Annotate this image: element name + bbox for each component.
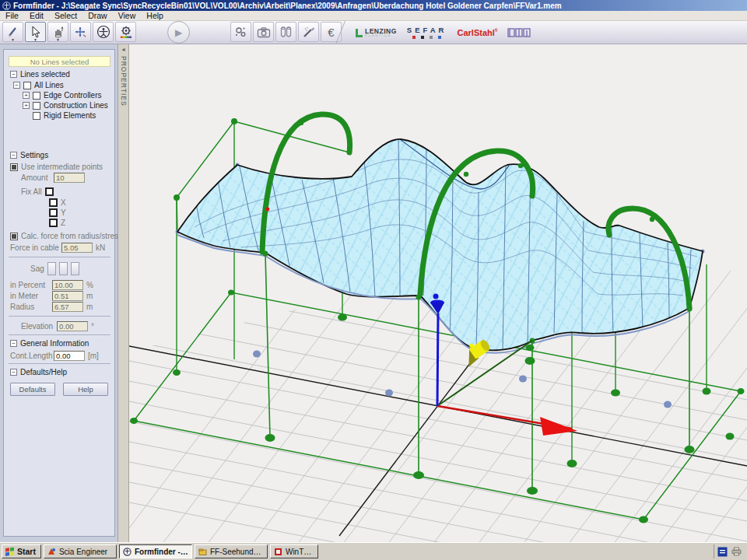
sefar-logo: SEFAR — [407, 26, 447, 39]
collapse-icon[interactable]: − — [10, 71, 17, 78]
material-rolls-tool-button[interactable] — [275, 22, 296, 42]
cont-length-input[interactable] — [54, 351, 85, 361]
draw-tool-button[interactable]: ▼ — [2, 22, 23, 42]
dropdown-caret-icon[interactable]: ▼ — [11, 38, 15, 42]
move-rotate-tool-button[interactable] — [70, 22, 91, 42]
printer-tray-icon[interactable] — [731, 547, 742, 556]
fix-x-checkbox[interactable] — [49, 198, 58, 207]
in-meter-label: in Meter — [10, 292, 49, 300]
main-area: No Lines selected − Lines selected − All… — [0, 44, 747, 542]
lenzing-logo-subtext: PLASTICS — [365, 34, 397, 38]
start-button[interactable]: Start — [2, 544, 41, 558]
tree-item-rigid-elements[interactable]: Rigid Elements — [44, 111, 96, 120]
pan-tool-button[interactable]: ▼ — [47, 22, 68, 42]
rigid-elements-checkbox[interactable] — [33, 112, 40, 120]
figure-view-tool-button[interactable] — [93, 22, 114, 42]
fix-all-checkbox[interactable] — [45, 187, 54, 196]
euro-icon: € — [328, 26, 334, 39]
dropdown-caret-icon[interactable]: ▼ — [33, 38, 37, 42]
keyboard-layout-tray-icon[interactable] — [717, 547, 728, 557]
sefar-logo-text: SEFAR — [407, 26, 447, 34]
selected-point-marker — [266, 208, 270, 212]
menu-help[interactable]: Help — [141, 11, 169, 20]
collapse-icon[interactable]: − — [10, 369, 17, 376]
cursor-icon — [30, 26, 41, 38]
dropdown-caret-icon[interactable]: ▼ — [56, 38, 60, 42]
fix-y-label: Y — [61, 208, 66, 217]
meter-unit: m — [86, 292, 93, 300]
scia-icon — [47, 548, 56, 556]
formfinder-window: Formfinder - J:\Seagate Sync\SyncRecycle… — [0, 0, 747, 560]
select-tool-button[interactable]: ▼ — [25, 22, 46, 42]
app-icon — [2, 2, 11, 10]
taskbar-item-label: Scia Engineer — [59, 548, 107, 556]
expander-icon[interactable]: + — [23, 92, 30, 99]
collapse-panel-icon[interactable]: ◄ — [121, 47, 126, 53]
tree-item-edge-controllers[interactable]: Edge Controllers — [44, 91, 101, 100]
render-gear-icon — [119, 25, 133, 39]
construction-lines-checkbox[interactable] — [33, 102, 40, 110]
taskbar-item-wintv[interactable]: WinTV32 — [270, 544, 318, 558]
taskbar-item-label: Formfinder - J:\Seaga... — [135, 548, 188, 556]
force-in-cable-input[interactable] — [61, 243, 93, 253]
rolls-icon — [279, 26, 293, 38]
fix-z-checkbox[interactable] — [49, 219, 58, 227]
tree-item-construction-lines[interactable]: Construction Lines — [44, 101, 108, 110]
menu-select[interactable]: Select — [49, 11, 82, 20]
defaults-button[interactable]: Defaults — [10, 383, 55, 396]
sag-mode-button-3[interactable] — [71, 262, 79, 275]
calc-force-label: Calc. force from radius/stress — [21, 232, 122, 240]
taskbar-item-screenshot[interactable]: FF-Seehunde2 Screensh... — [195, 544, 268, 558]
menu-view[interactable]: View — [113, 11, 142, 20]
run-formfinding-button[interactable]: ▶ — [167, 21, 190, 44]
tree-item-all-lines[interactable]: All Lines — [34, 81, 64, 89]
airbrush-tool-button[interactable] — [298, 22, 319, 42]
snapshot-tool-button[interactable] — [253, 22, 274, 42]
taskbar: Start Scia Engineer Formfinder - J:\Seag… — [0, 542, 747, 560]
mechanism-tool-button[interactable] — [230, 22, 251, 42]
use-intermediate-checkbox[interactable] — [10, 163, 18, 171]
properties-tab[interactable]: ◄ PROPERTIES — [118, 44, 129, 542]
screenshot-icon — [198, 548, 207, 556]
menubar: File Edit Select Draw View Help — [0, 11, 747, 21]
taskbar-item-label: FF-Seehunde2 Screensh... — [210, 548, 264, 556]
all-lines-checkbox[interactable] — [23, 82, 31, 89]
sag-label: Sag — [30, 264, 44, 273]
amount-input[interactable] — [54, 173, 85, 183]
taskbar-item-formfinder[interactable]: Formfinder - J:\Seaga... — [119, 544, 192, 558]
menu-edit[interactable]: Edit — [24, 11, 49, 20]
render-settings-tool-button[interactable] — [115, 22, 136, 42]
radius-unit: m — [86, 303, 93, 311]
sag-mode-button-2[interactable] — [59, 262, 68, 275]
defaults-help-header: Defaults/Help — [20, 368, 67, 376]
collapse-icon[interactable]: − — [10, 152, 17, 159]
radius-input[interactable] — [52, 302, 83, 312]
sag-percent-input[interactable] — [52, 280, 83, 290]
collapse-icon[interactable]: − — [10, 340, 17, 347]
lenzing-logo: LENZING PLASTICS — [355, 28, 397, 38]
viewport-canvas[interactable] — [129, 44, 747, 542]
expander-icon[interactable]: + — [23, 102, 30, 109]
menu-draw[interactable]: Draw — [82, 11, 113, 20]
system-tray — [714, 544, 745, 558]
cont-length-label: Cont.Length — [10, 352, 51, 360]
sag-mode-button-1[interactable] — [47, 262, 56, 275]
fix-y-checkbox[interactable] — [49, 208, 58, 217]
properties-tab-label: PROPERTIES — [120, 56, 128, 107]
cost-tool-button[interactable]: € — [321, 22, 342, 42]
gears-icon — [234, 26, 247, 39]
elevation-input[interactable] — [57, 321, 88, 331]
percent-unit: % — [86, 281, 93, 289]
vitruvian-man-icon — [96, 25, 110, 39]
taskbar-item-scia[interactable]: Scia Engineer — [44, 544, 117, 558]
menu-file[interactable]: File — [0, 11, 24, 20]
sag-meter-input[interactable] — [52, 291, 83, 301]
toolbar: ▼ ▼ ▼ — [0, 21, 747, 44]
amount-label: Amount — [21, 173, 51, 182]
help-button[interactable]: Help — [63, 383, 108, 396]
expander-icon[interactable]: − — [13, 82, 20, 89]
divider — [9, 363, 110, 364]
calc-force-checkbox[interactable] — [10, 233, 18, 240]
use-intermediate-label: Use intermediate points — [21, 163, 103, 171]
edge-controllers-checkbox[interactable] — [33, 92, 40, 100]
